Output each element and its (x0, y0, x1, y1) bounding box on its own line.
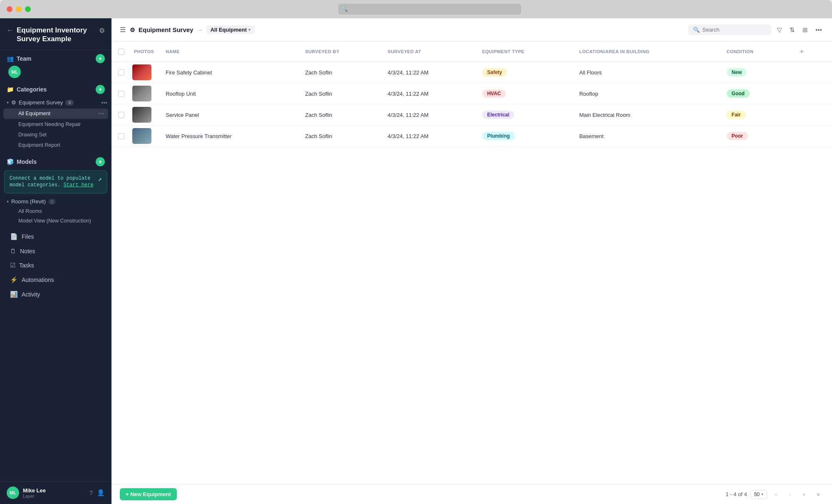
equipment-type-tag: Electrical (482, 111, 514, 119)
name-cell: Water Pressure Transmitter (160, 126, 299, 147)
sort-button[interactable]: ⇅ (788, 25, 797, 35)
rooms-item-all[interactable]: All Rooms (3, 207, 108, 216)
view-label: All Equipment (210, 27, 247, 33)
main-content: ☰ ⚙ Equipment Survey → All Equipment ▾ 🔍… (111, 18, 832, 504)
chevron-down-icon: ▾ (7, 100, 9, 105)
table-row[interactable]: Fire Safety Cabinet Zach Soflin 4/3/24, … (111, 62, 832, 83)
sidebar-item-automations[interactable]: ⚡ Automations (3, 273, 108, 287)
filter-button[interactable]: ▽ (775, 25, 784, 35)
condition-cell: New (721, 62, 790, 83)
empty-col-cell (790, 62, 832, 83)
condition-tag: Good (727, 89, 750, 98)
equipment-type-tag: HVAC (482, 89, 506, 98)
hamburger-button[interactable]: ☰ (120, 26, 126, 34)
bottom-bar: + New Equipment 1 - 4 of 4 50 ▾ « ‹ › » (111, 484, 832, 504)
sidebar-settings-button[interactable]: ⚙ (99, 27, 105, 35)
add-column-button[interactable]: + (796, 46, 807, 57)
name-cell: Rooftop Unit (160, 83, 299, 104)
team-section: 👥 Team + ML (0, 50, 111, 80)
row-checkbox[interactable] (118, 112, 124, 118)
survey-group-dots[interactable]: ••• (101, 99, 107, 106)
breadcrumb: ⚙ Equipment Survey → All Equipment ▾ (130, 25, 255, 34)
prev-page-button[interactable]: ‹ (785, 489, 795, 500)
location-cell: Main Electrical Room (573, 104, 721, 126)
location-cell: Rooftop (573, 83, 721, 104)
table-container: PHOTOS NAME SURVEYED BY SURVEYED AT EQUI… (111, 42, 832, 484)
survey-item-drawing-set[interactable]: Drawing Set (3, 130, 108, 140)
close-button[interactable] (7, 6, 12, 12)
table-row[interactable]: Water Pressure Transmitter Zach Soflin 4… (111, 126, 832, 147)
start-here-link[interactable]: Start here (64, 182, 94, 188)
search-input[interactable] (702, 27, 766, 33)
row-checkbox[interactable] (118, 69, 124, 76)
sidebar-item-tasks[interactable]: ☑ Tasks (3, 258, 108, 272)
photo-thumbnail (132, 128, 151, 144)
rooms-count-badge: 0 (48, 199, 56, 205)
item-dots[interactable]: ••• (98, 111, 104, 117)
equipment-type-tag: Safety (482, 68, 507, 77)
profile-icon[interactable]: 👤 (97, 489, 105, 497)
models-label: Models (17, 158, 37, 165)
team-avatar: ML (8, 66, 21, 78)
condition-cell: Good (721, 83, 790, 104)
survey-item-equipment-report[interactable]: Equipment Report (3, 140, 108, 150)
row-checkbox[interactable] (118, 133, 124, 139)
condition-tag: Fair (727, 111, 746, 119)
first-page-button[interactable]: « (770, 489, 781, 500)
condition-tag: Poor (727, 132, 748, 140)
condition-cell: Fair (721, 104, 790, 126)
surveyed-by-cell: Zach Soflin (300, 83, 382, 104)
breadcrumb-title: Equipment Survey (139, 26, 193, 33)
location-cell: Basement (573, 126, 721, 147)
minimize-button[interactable] (16, 6, 22, 12)
add-model-button[interactable]: + (96, 157, 105, 166)
title-search-icon: 🔍 (342, 6, 348, 12)
view-dropdown[interactable]: All Equipment ▾ (206, 25, 255, 34)
breadcrumb-arrow-icon: → (197, 26, 203, 33)
empty-col-cell (790, 104, 832, 126)
empty-col-cell (790, 126, 832, 147)
page-size-value: 50 (754, 492, 760, 497)
next-page-button[interactable]: › (799, 489, 810, 500)
table-row[interactable]: Rooftop Unit Zach Soflin 4/3/24, 11:22 A… (111, 83, 832, 104)
table-row[interactable]: Service Panel Zach Soflin 4/3/24, 11:22 … (111, 104, 832, 126)
survey-items-list: All Equipment ••• Equipment Needing Repa… (0, 109, 111, 150)
select-all-checkbox[interactable] (118, 49, 124, 55)
more-options-button[interactable]: ••• (814, 25, 824, 35)
row-checkbox[interactable] (118, 91, 124, 97)
search-box: 🔍 (688, 25, 771, 35)
photo-cell (128, 83, 160, 104)
app-container: ← Equipment Inventory Survey Example ⚙ 👥… (0, 18, 832, 504)
rooms-item-model-view[interactable]: Model View (New Construction) (3, 216, 108, 225)
sidebar-item-files[interactable]: 📄 Files (3, 230, 108, 244)
survey-group-label: Equipment Survey (19, 99, 63, 106)
add-category-button[interactable]: + (96, 85, 105, 94)
help-icon[interactable]: ? (89, 489, 93, 497)
sidebar-header: ← Equipment Inventory Survey Example ⚙ (0, 18, 111, 50)
title-search-area: 🔍 (34, 4, 825, 15)
columns-button[interactable]: ⊞ (801, 25, 810, 35)
survey-item-needing-repair[interactable]: Equipment Needing Repair (3, 119, 108, 129)
last-page-button[interactable]: » (813, 489, 824, 500)
chevron-down-rooms-icon: ▾ (7, 199, 9, 204)
survey-icon: ⚙ (11, 99, 16, 106)
maximize-button[interactable] (25, 6, 31, 12)
survey-group-header[interactable]: ▾ ⚙ Equipment Survey 4 ••• (0, 97, 111, 108)
new-equipment-button[interactable]: + New Equipment (120, 488, 177, 500)
equipment-type-cell: Plumbing (476, 126, 573, 147)
photo-thumbnail (132, 64, 151, 80)
equipment-table: PHOTOS NAME SURVEYED BY SURVEYED AT EQUI… (111, 42, 832, 147)
sidebar-item-activity[interactable]: 📊 Activity (3, 287, 108, 301)
row-checkbox-cell (111, 62, 128, 83)
tasks-icon: ☑ (10, 262, 15, 269)
sidebar-back-button[interactable]: ← (7, 27, 13, 34)
add-team-button[interactable]: + (96, 54, 105, 63)
sidebar-item-notes[interactable]: 🗒 Notes (3, 244, 108, 258)
survey-item-all-equipment[interactable]: All Equipment ••• (3, 109, 108, 119)
rooms-group-header[interactable]: ▾ Rooms (Revit) 0 (0, 197, 111, 206)
sidebar-title: Equipment Inventory Survey Example (17, 26, 99, 44)
page-size-select[interactable]: 50 ▾ (750, 490, 767, 499)
surveyed-by-cell: Zach Soflin (300, 62, 382, 83)
title-search-input[interactable] (338, 4, 521, 15)
title-bar: 🔍 (0, 0, 832, 18)
